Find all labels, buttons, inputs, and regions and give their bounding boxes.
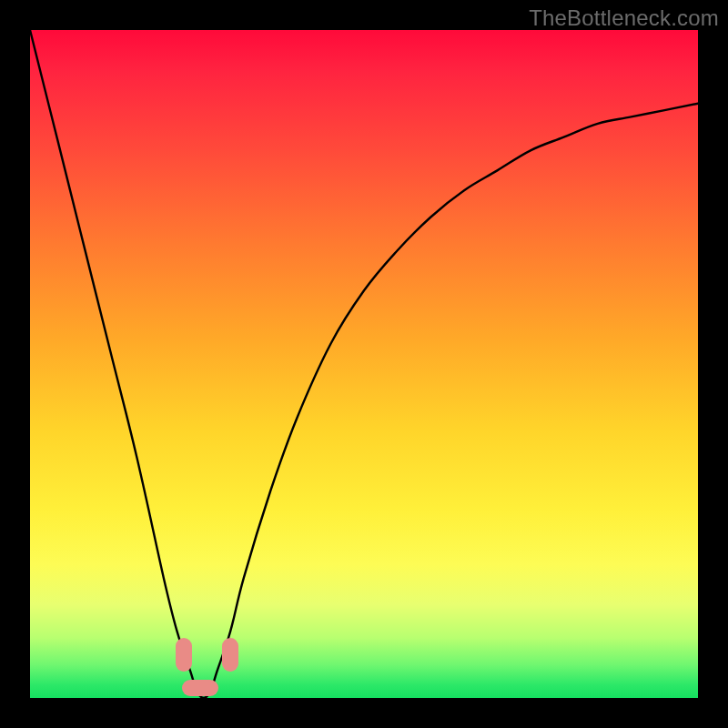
watermark-text: TheBottleneck.com xyxy=(529,5,719,31)
marker-valley-left xyxy=(176,638,192,672)
curve-path xyxy=(30,30,698,698)
bottleneck-curve xyxy=(30,30,698,698)
chart-frame: TheBottleneck.com xyxy=(0,0,728,728)
marker-valley-bottom xyxy=(182,680,218,696)
marker-valley-right xyxy=(222,638,238,672)
chart-plot-area xyxy=(30,30,698,698)
